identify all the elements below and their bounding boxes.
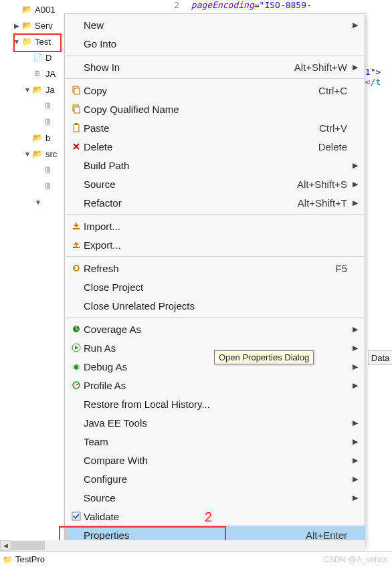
menu-item-label: Java EE Tools [84,417,347,429]
tree-item[interactable]: ▼ [0,194,67,210]
menu-item-copy[interactable]: CopyCtrl+C [65,81,365,100]
menu-item-label: Export... [84,239,347,251]
menu-item-java-ee-tools[interactable]: Java EE Tools▶ [65,413,365,432]
tree-item-label: JA [45,69,56,79]
svg-rect-18 [72,512,80,520]
blank-icon [69,159,84,171]
tree-item[interactable]: JA [0,66,67,82]
tree-item[interactable]: b [0,130,67,146]
submenu-arrow-icon: ▶ [349,63,358,72]
coverage-icon [69,323,84,335]
file-icon-icon [32,68,43,79]
menu-item-restore-from-local-history[interactable]: Restore from Local History... [65,394,365,413]
tree-item[interactable] [0,114,67,130]
menu-item-source[interactable]: Source▶ [65,488,365,507]
svg-rect-5 [75,123,78,125]
tree-item[interactable]: ▶Serv [0,17,67,33]
tree-item[interactable]: ▼src [0,146,67,162]
expand-arrow-icon[interactable]: ▼ [23,86,32,94]
submenu-arrow-icon: ▶ [349,325,358,334]
tree-item[interactable] [0,178,67,194]
menu-item-validate[interactable]: Validate [65,507,365,526]
expand-arrow-icon[interactable]: ▶ [12,22,21,29]
menu-separator [66,317,364,318]
menu-item-close-project[interactable]: Close Project [65,277,365,296]
tooltip: Open Properties Dialog [214,350,314,364]
menu-item-import[interactable]: Import... [65,217,365,235]
tree-item-label: A001 [35,5,55,15]
svg-rect-4 [74,124,79,132]
debug-icon [69,360,84,372]
side-tab-data[interactable]: Data [368,350,392,365]
menu-item-label: Close Unrelated Projects [84,300,347,312]
tree-item[interactable]: ▼Ja [0,82,67,98]
tree-item[interactable]: ▼Test [0,33,67,49]
code-attr: pageEncoding [191,0,254,10]
blank-icon [69,300,84,312]
menu-item-label: Show In [84,62,294,73]
menu-item-go-into[interactable]: Go Into [65,34,365,53]
menu-item-refresh[interactable]: RefreshF5 [65,259,365,277]
submenu-arrow-icon: ▶ [349,493,358,502]
submenu-arrow-icon: ▶ [349,199,358,207]
tree-item[interactable] [0,162,67,178]
copy-icon [69,84,84,96]
tree-item[interactable]: D [0,49,67,66]
blank-icon [69,435,84,447]
menu-item-close-unrelated-projects[interactable]: Close Unrelated Projects [65,296,365,315]
menu-item-show-in[interactable]: Show InAlt+Shift+W▶ [65,58,365,76]
expand-arrow-icon[interactable]: ▼ [23,150,32,158]
menu-item-export[interactable]: Export... [65,235,365,254]
menu-item-label: Refresh [84,263,335,274]
menu-item-profile-as[interactable]: Profile As▶ [65,376,365,394]
menu-item-label: Import... [84,221,347,232]
blank-icon [69,19,84,31]
menu-item-refactor[interactable]: RefactorAlt+Shift+T▶ [65,193,365,212]
menu-item-label: Configure [84,473,347,485]
paste-icon [69,122,84,134]
blank-icon [43,197,54,207]
blank-icon [69,454,84,466]
editor-code-area: 2 pageEncoding="ISO-8859- [167,0,312,10]
submenu-arrow-icon: ▶ [349,362,358,371]
tree-item[interactable] [0,98,67,114]
submenu-arrow-icon: ▶ [349,437,358,446]
expand-arrow-icon[interactable]: ▼ [33,199,43,206]
menu-item-paste[interactable]: PasteCtrl+V [65,118,365,137]
scroll-left-button[interactable]: ◀ [0,540,11,551]
proj-icon-icon [21,36,32,47]
menu-item-configure[interactable]: Configure▶ [65,469,365,488]
code-value: "ISO-8859- [260,0,312,10]
tree-item[interactable]: A001 [0,1,67,17]
horizontal-scrollbar[interactable]: ◀ [0,540,365,551]
menu-item-delete[interactable]: DeleteDelete [65,137,365,156]
menu-separator [66,214,364,215]
blank-icon [69,491,84,503]
annotation-2: 2 [205,509,212,525]
scroll-thumb[interactable] [11,541,45,550]
menu-shortcut: Delete [318,141,347,152]
import-icon [69,220,84,232]
folder-icon-icon [32,84,43,95]
blank-icon [69,398,84,410]
svg-rect-8 [73,228,80,229]
expand-arrow-icon[interactable]: ▼ [12,38,21,45]
menu-item-coverage-as[interactable]: Coverage As▶ [65,320,365,338]
menu-item-team[interactable]: Team▶ [65,432,365,451]
svg-rect-1 [74,88,80,94]
menu-separator [66,55,364,55]
menu-item-new[interactable]: New▶ [65,15,365,34]
menu-item-compare-with[interactable]: Compare With▶ [65,451,365,469]
project-tree[interactable]: A001▶Serv▼TestDJA▼Jab▼src▼ [0,0,67,210]
menu-item-copy-qualified-name[interactable]: Copy Qualified Name [65,100,365,118]
validate-icon [69,510,84,522]
submenu-arrow-icon: ▶ [349,381,358,390]
folder-icon-icon [21,20,32,31]
menu-item-build-path[interactable]: Build Path▶ [65,156,365,175]
submenu-arrow-icon: ▶ [349,344,358,352]
menu-item-source[interactable]: SourceAlt+Shift+S▶ [65,175,365,193]
copy-icon [69,103,84,115]
menu-shortcut: Ctrl+C [318,85,347,96]
menu-item-label: New [84,19,347,31]
blank-icon [69,197,84,209]
